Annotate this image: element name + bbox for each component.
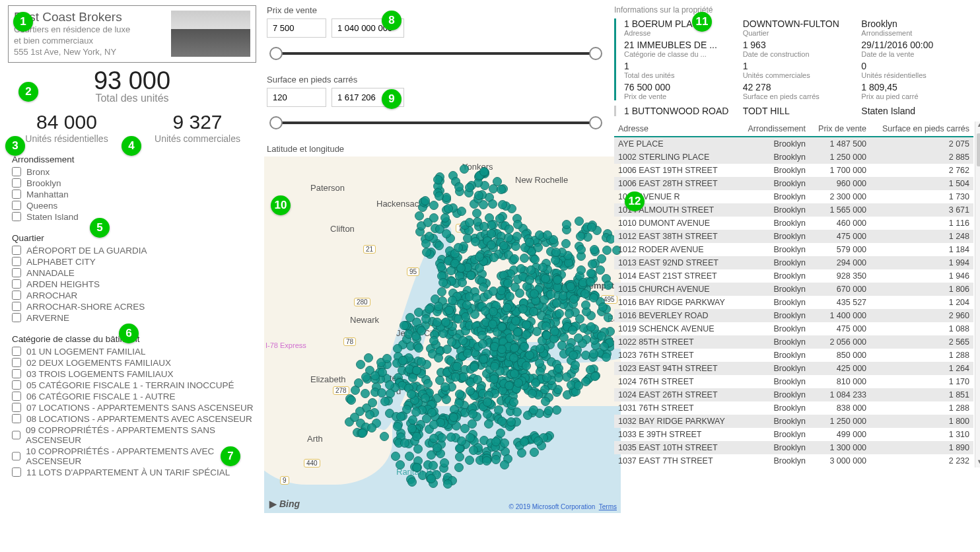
table-row[interactable]: 1024 EAST 26TH STREETBrooklyn1 084 2331 … (614, 388, 973, 401)
map-point[interactable] (483, 397, 492, 407)
slider-price[interactable]: Prix de vente (264, 5, 608, 64)
map-point[interactable] (466, 433, 475, 442)
slicer-neighborhood[interactable]: Quartier AÉROPORT DE LA GUARDIAALPHABET … (8, 233, 256, 324)
map-point[interactable] (442, 395, 451, 404)
map-point[interactable] (477, 331, 487, 340)
map-point[interactable] (421, 196, 430, 205)
map-point[interactable] (391, 452, 400, 461)
building-checkbox[interactable] (12, 358, 21, 367)
listings-table[interactable]: Adresse Arrondissement Prix de vente Sur… (614, 121, 973, 467)
map-point[interactable] (534, 243, 543, 252)
map-point[interactable] (402, 405, 411, 414)
map-point[interactable] (479, 355, 488, 364)
map-point[interactable] (461, 312, 470, 322)
map-point[interactable] (602, 353, 611, 362)
map-point[interactable] (542, 373, 551, 382)
price-handle-right[interactable] (589, 47, 602, 60)
map-point[interactable] (541, 397, 550, 406)
map-point[interactable] (412, 366, 421, 375)
table-row[interactable]: 1037 EAST 7TH STREETBrooklyn3 000 0002 2… (614, 454, 973, 467)
map-point[interactable] (460, 164, 469, 174)
table-scrollbar[interactable]: ▲ ▼ (975, 121, 980, 467)
map-point[interactable] (425, 232, 434, 241)
map-point[interactable] (568, 326, 577, 335)
map-point[interactable] (586, 269, 596, 278)
building-item[interactable]: 02 DEUX LOGEMENTS FAMILIAUX (12, 357, 256, 368)
table-row[interactable]: 1012 RODER AVENUEBrooklyn579 0001 184 (614, 243, 973, 256)
borough-checkbox[interactable] (12, 212, 21, 221)
map-point[interactable] (577, 265, 586, 275)
map-point[interactable] (423, 379, 433, 388)
map-point[interactable] (365, 410, 374, 419)
map-point[interactable] (396, 460, 405, 469)
map-point[interactable] (561, 239, 571, 248)
map-point[interactable] (513, 328, 522, 337)
slicer-building-class[interactable]: Catégorie de classe du bâtiment 01 UN LO… (8, 334, 256, 478)
map-point[interactable] (435, 191, 444, 201)
map-point[interactable] (447, 337, 456, 347)
map-point[interactable] (491, 437, 501, 446)
scroll-down-icon[interactable]: ▼ (975, 458, 980, 467)
map-point[interactable] (569, 351, 578, 360)
map-visual[interactable]: Yonkers New Rochelle Paterson Hackensack… (264, 156, 621, 513)
map-point[interactable] (554, 364, 563, 373)
map-point[interactable] (473, 375, 482, 384)
map-point[interactable] (354, 378, 363, 388)
table-row[interactable]: 1035 EAST 10TH STREETBrooklyn1 300 0001 … (614, 441, 973, 454)
borough-checkbox[interactable] (12, 201, 21, 210)
map-point[interactable] (427, 408, 437, 417)
map-point[interactable] (385, 380, 394, 390)
map-point[interactable] (469, 446, 478, 455)
neighborhood-checkbox[interactable] (12, 268, 21, 277)
map-point[interactable] (422, 248, 431, 257)
neighborhood-item[interactable]: ARVERNE (12, 312, 256, 324)
map-point[interactable] (429, 201, 438, 210)
map-point[interactable] (590, 245, 599, 254)
map-point[interactable] (497, 286, 506, 295)
neighborhood-item[interactable]: ARDEN HEIGHTS (12, 279, 256, 290)
building-checkbox[interactable] (12, 414, 21, 423)
neighborhood-item[interactable]: ARROCHAR-SHORE ACRES (12, 301, 256, 312)
table-row[interactable]: 1031 76TH STREETBrooklyn838 0001 288 (614, 401, 973, 415)
neighborhood-checkbox[interactable] (12, 257, 21, 266)
map-point[interactable] (551, 248, 561, 257)
map-point[interactable] (497, 345, 507, 354)
map-point[interactable] (460, 424, 470, 433)
price-handle-left[interactable] (269, 47, 283, 60)
map-point[interactable] (441, 318, 450, 327)
map-point[interactable] (465, 218, 474, 227)
map-point[interactable] (530, 289, 539, 298)
map-point[interactable] (488, 320, 497, 329)
map-point[interactable] (544, 406, 553, 415)
map-point[interactable] (520, 437, 529, 446)
map-point[interactable] (449, 413, 458, 422)
building-checkbox[interactable] (12, 431, 20, 440)
map-point[interactable] (415, 211, 424, 221)
neighborhood-checkbox[interactable] (12, 291, 21, 300)
map-point[interactable] (458, 278, 467, 287)
table-row[interactable]: 1033 E 39TH STREETBrooklyn499 0001 310 (614, 428, 973, 441)
building-item[interactable]: 07 LOCATIONS - APPARTEMENTS SANS ASCENSE… (12, 402, 256, 413)
map-point[interactable] (446, 432, 456, 442)
neighborhood-checkbox[interactable] (12, 302, 21, 311)
map-point[interactable] (571, 361, 580, 370)
building-checkbox[interactable] (12, 392, 21, 401)
map-point[interactable] (421, 314, 431, 324)
map-point[interactable] (514, 378, 523, 388)
building-item[interactable]: 05 CATÉGORIE FISCALE 1 - TERRAIN INOCCUP… (12, 380, 256, 391)
map-point[interactable] (435, 241, 444, 250)
map-point[interactable] (452, 362, 462, 371)
map-point[interactable] (577, 245, 586, 254)
map-point[interactable] (478, 339, 487, 349)
map-point[interactable] (529, 307, 538, 316)
map-point[interactable] (483, 409, 492, 419)
col-borough[interactable]: Arrondissement (738, 121, 810, 137)
table-row[interactable]: 1022 85TH STREETBrooklyn2 056 0002 565 (614, 335, 973, 349)
map-point[interactable] (535, 359, 544, 368)
scroll-up-icon[interactable]: ▲ (975, 121, 980, 131)
map-point[interactable] (412, 463, 421, 472)
map-point[interactable] (455, 390, 464, 399)
table-row[interactable]: 1024 76TH STREETBrooklyn810 0001 170 (614, 375, 973, 388)
map-point[interactable] (434, 353, 443, 362)
map-point[interactable] (511, 316, 520, 326)
